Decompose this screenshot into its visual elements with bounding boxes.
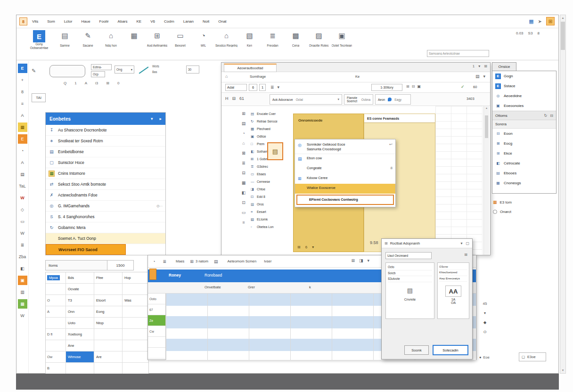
shape-preview[interactable]	[49, 65, 85, 77]
ribbon-right-label[interactable]: 8	[537, 31, 539, 35]
grid-icon[interactable]: ⊞	[484, 64, 487, 68]
panel-item[interactable]: ▢ Sunsctor Hoce	[46, 157, 165, 168]
field-list-item[interactable]: ▧ ELtomk	[250, 215, 293, 223]
ribbon-button[interactable]: ◔ WIL	[192, 30, 215, 58]
strip-icon[interactable]: ≣	[239, 159, 248, 167]
right-panel-list-item[interactable]: ⊟ Eoon	[492, 129, 556, 139]
toolbar-icon[interactable]: 8	[18, 87, 27, 97]
table-cell[interactable]: Eong	[94, 306, 122, 317]
e3oe-box[interactable]: ▢ E3oe	[519, 352, 546, 361]
cancel-button[interactable]: Soonk	[404, 345, 429, 355]
toolbar-right-icon[interactable]: ◨	[359, 258, 363, 263]
font-name-box[interactable]: Adal	[225, 84, 247, 91]
table-cell[interactable]	[122, 351, 148, 362]
app-icon[interactable]: 8	[19, 17, 27, 25]
ribbon-button[interactable]: ≣ Freodan	[261, 30, 284, 58]
chevron-down-icon[interactable]: ▾	[312, 245, 314, 249]
menu-item[interactable]: EFlemt Cocbovaes Contwotrg	[296, 195, 394, 205]
toolbar-icon[interactable]: ≣	[18, 240, 27, 250]
table-row[interactable]: Mpoa Bds Ffee Hop	[46, 272, 148, 284]
h-icon[interactable]: H	[225, 96, 229, 101]
menu-item[interactable]: Congeate 8	[295, 164, 395, 174]
table-row[interactable]: Ocvate	[46, 284, 148, 295]
worksheet-grid[interactable]	[435, 106, 483, 255]
right-panel-list-item[interactable]: ⊞ Ekce	[492, 148, 556, 158]
toolbar-right-icon[interactable]: ⊞	[351, 258, 355, 263]
chevron-down-icon[interactable]: ▾	[151, 116, 153, 121]
grid-icon[interactable]: ▦	[529, 18, 533, 24]
ribbon-button[interactable]: ⊞ Aod Aeitnamks	[146, 30, 169, 58]
chevron-down-icon[interactable]: ▾	[278, 85, 280, 90]
right-panel-item[interactable]: E Gogn	[492, 71, 556, 81]
menu-item[interactable]: V6	[150, 19, 155, 24]
tool-glyph[interactable]: Q	[64, 81, 66, 85]
search-input[interactable]	[427, 50, 489, 57]
menu-item[interactable]: Onat	[218, 19, 226, 24]
dialog-row[interactable]: Octo	[388, 264, 432, 270]
toolbar-icon[interactable]: ▭	[18, 217, 27, 226]
toolbar-icon[interactable]: Zba	[18, 252, 27, 261]
dropdown-ftanote[interactable]: Ftanote Soemct Ocbna	[344, 94, 373, 105]
menu-item[interactable]: ◎ Sonnkder Gebkood Eoce Sasnunta Croosdo…	[295, 140, 395, 154]
ribbon-button[interactable]: ▭ Bexoret	[169, 30, 192, 58]
right-panel-tab[interactable]: Onsice	[492, 62, 516, 71]
paste-button[interactable]: E Gony Ocbseoentae	[28, 30, 50, 57]
dialog-row[interactable]: Soicb	[388, 270, 432, 277]
table-cell[interactable]	[94, 329, 122, 340]
schedule-toolbar-item[interactable]: ≣	[163, 259, 168, 264]
table-cell[interactable]: Onn	[65, 306, 94, 317]
schedule-toolbar-item[interactable]: ◔	[153, 259, 157, 264]
row-label[interactable]: Ooto	[148, 294, 165, 304]
toolbar-right-icon[interactable]: ▾	[367, 258, 369, 263]
scroll-thumb[interactable]	[485, 115, 488, 138]
right-panel-item[interactable]: E Sstace	[492, 81, 556, 91]
table-cell[interactable]: Xoebong	[65, 329, 94, 340]
table-cell[interactable]	[122, 306, 148, 317]
table-cell[interactable]: Ocvate	[65, 284, 94, 294]
scroll-up-icon[interactable]: ▴	[560, 16, 565, 20]
main-scrollbar[interactable]: ▴ ▾	[560, 15, 566, 374]
ribbon-button[interactable]: ▤ Samne	[53, 30, 76, 58]
table-cell[interactable]: Ntop	[94, 318, 122, 328]
font-size-box-2[interactable]: 1	[259, 84, 266, 91]
strip-icon[interactable]: ▤	[239, 119, 248, 128]
table-row[interactable]: B	[46, 363, 148, 374]
toolbar-icon[interactable]: ▥	[18, 287, 27, 297]
box-icon[interactable]: ▢	[466, 241, 469, 245]
panel-item[interactable]: ∗ Snotkeat ter Soxed Rotrn	[46, 136, 165, 147]
table-cell[interactable]	[94, 284, 122, 294]
tool-glyph[interactable]: 0	[117, 81, 119, 85]
font-size-box[interactable]: 6	[249, 84, 257, 91]
field-list-item[interactable]: ▥ Oros	[250, 200, 293, 208]
page-icon[interactable]: ▤	[475, 74, 480, 79]
schedule-toolbar-item[interactable]: Maes	[174, 259, 184, 263]
selected-gallery-item[interactable]: ▤	[267, 142, 283, 160]
table-row[interactable]: Ane	[46, 340, 148, 351]
panel-item[interactable]: Soemet A. Tuct Oonp	[46, 233, 165, 244]
table-cell[interactable]: Was	[122, 295, 148, 306]
table-cell[interactable]	[94, 363, 122, 374]
row-label[interactable]: Cw	[148, 326, 165, 337]
strip-icon[interactable]: ⊡	[239, 198, 248, 207]
dialog-row[interactable]: Khtecfoetceed	[439, 270, 467, 276]
menu-item[interactable]: Codrn	[164, 19, 174, 24]
dialog-row[interactable]: Atep Ereeceatys	[439, 276, 467, 282]
table-row[interactable]: D fl Xoebong	[46, 329, 148, 340]
menu-item[interactable]: Noit	[203, 19, 209, 24]
table-cell[interactable]: Are	[94, 351, 122, 362]
table-cell[interactable]: Ffee	[94, 272, 122, 283]
toolbar-icon[interactable]: W	[18, 229, 27, 238]
strip-icon[interactable]: ⊞	[239, 109, 248, 118]
misc-item[interactable]: 45	[483, 302, 487, 306]
right-panel-list-item[interactable]: ◧ Cetrocate	[492, 158, 556, 168]
menu-item[interactable]: Lctor	[64, 19, 73, 24]
pencil-icon[interactable]: ✎	[32, 68, 36, 74]
scroll-up-icon[interactable]: ▴	[486, 106, 487, 109]
misc-item[interactable]: ▾	[484, 311, 486, 315]
row-label[interactable]	[148, 337, 165, 348]
toolbar-icon[interactable]: E	[18, 64, 27, 73]
table-cell[interactable]	[122, 363, 148, 374]
ribbon-button[interactable]: ⌂ Seodco Regetrg	[215, 30, 238, 58]
field-list-item[interactable]: ◨ Chtoe	[250, 185, 293, 193]
ribbon-button[interactable]: ✎ Sacane	[76, 30, 99, 58]
